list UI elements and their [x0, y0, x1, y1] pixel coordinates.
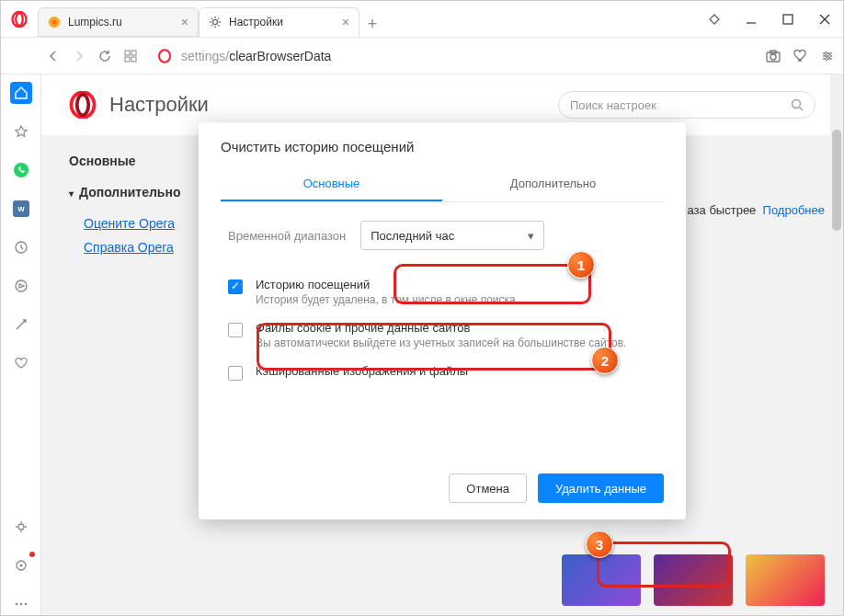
- toolbar: settings/clearBrowserData: [1, 38, 843, 74]
- svg-point-13: [770, 54, 776, 60]
- tab-lumpics[interactable]: Lumpics.ru ×: [38, 7, 199, 37]
- tab-title: Настройки: [229, 16, 283, 29]
- sidebar-home[interactable]: [10, 82, 32, 104]
- opera-o-icon: [157, 49, 172, 63]
- time-range-dropdown[interactable]: Последний час: [360, 221, 544, 250]
- cancel-button[interactable]: Отмена: [449, 473, 527, 503]
- svg-point-30: [19, 603, 22, 606]
- svg-point-20: [826, 57, 828, 60]
- sidebar: w: [1, 74, 41, 615]
- snapshot-button[interactable]: [766, 50, 781, 63]
- option-title: Историю посещений: [256, 278, 516, 291]
- svg-point-26: [18, 524, 24, 530]
- sidebar-more[interactable]: [10, 593, 32, 615]
- svg-point-3: [51, 19, 56, 24]
- maximize-button[interactable]: [770, 1, 806, 38]
- svg-point-1: [16, 13, 23, 26]
- modal-overlay: Очистить историю посещений Основные Допо…: [41, 74, 843, 615]
- dialog-tab-advanced[interactable]: Дополнительно: [442, 167, 664, 201]
- svg-point-18: [825, 51, 827, 54]
- option-desc: История будет удалена, в том числе в окн…: [256, 293, 516, 306]
- checkbox[interactable]: [228, 279, 243, 294]
- sidebar-personal-news[interactable]: [10, 275, 32, 297]
- new-tab-button[interactable]: +: [359, 11, 385, 37]
- checkbox[interactable]: [228, 323, 243, 337]
- svg-rect-7: [125, 51, 130, 55]
- reload-button[interactable]: [98, 50, 111, 63]
- option-title: Кэшированные изображения и файлы: [256, 364, 468, 378]
- annotation-badge-2: 2: [591, 347, 619, 374]
- sidebar-whatsapp[interactable]: [10, 159, 32, 181]
- sidebar-history[interactable]: [10, 236, 32, 258]
- titlebar: Lumpics.ru × Настройки × +: [1, 1, 843, 38]
- annotation-badge-1: 1: [567, 251, 595, 279]
- dialog-tabs: Основные Дополнительно: [221, 167, 664, 202]
- svg-point-11: [159, 50, 170, 62]
- option-desc: Вы автоматически выйдете из учетных запи…: [256, 337, 626, 349]
- svg-text:w: w: [17, 204, 25, 213]
- svg-point-31: [24, 603, 27, 606]
- svg-point-29: [15, 603, 17, 606]
- svg-point-4: [212, 19, 217, 24]
- svg-rect-6: [783, 15, 793, 24]
- tab-close-icon[interactable]: ×: [342, 15, 349, 29]
- speed-dial-button[interactable]: [124, 50, 137, 63]
- forward-button[interactable]: [73, 50, 86, 63]
- minimize-button[interactable]: [733, 1, 770, 38]
- sidebar-vk[interactable]: w: [10, 198, 32, 220]
- sidebar-settings[interactable]: [10, 516, 32, 538]
- clear-data-dialog: Очистить историю посещений Основные Допо…: [199, 122, 686, 519]
- close-button[interactable]: [806, 1, 843, 38]
- opera-logo-icon: [11, 11, 28, 28]
- address-url: settings/clearBrowserData: [181, 49, 331, 63]
- dialog-title: Очистить историю посещений: [221, 139, 664, 154]
- svg-rect-10: [131, 57, 136, 62]
- sidebar-extensions[interactable]: [10, 554, 32, 576]
- address-bar[interactable]: settings/clearBrowserData: [150, 49, 753, 63]
- easy-setup-button[interactable]: [821, 50, 834, 63]
- time-range-label: Временной диапазон: [228, 229, 346, 243]
- dialog-tab-basic[interactable]: Основные: [221, 167, 442, 201]
- tab-title: Lumpics.ru: [68, 16, 122, 29]
- workspaces-button[interactable]: [696, 1, 733, 38]
- window-controls: [696, 1, 843, 38]
- back-button[interactable]: [47, 50, 60, 63]
- sidebar-flow[interactable]: [10, 314, 32, 336]
- delete-data-button[interactable]: Удалить данные: [538, 473, 664, 503]
- svg-point-19: [828, 54, 831, 57]
- lumpics-favicon-icon: [48, 16, 61, 29]
- sidebar-pinboards[interactable]: [10, 352, 32, 374]
- dialog-actions: Отмена Удалить данные: [449, 473, 664, 503]
- svg-rect-9: [125, 57, 130, 62]
- svg-point-28: [19, 565, 22, 567]
- option-browsing-history[interactable]: Историю посещений История будет удалена,…: [221, 270, 664, 314]
- tab-settings[interactable]: Настройки ×: [199, 7, 359, 37]
- gear-icon: [209, 16, 222, 29]
- annotation-badge-3: 3: [586, 530, 613, 558]
- main: w Настройки Поиск настроек Основные Допо…: [1, 74, 843, 615]
- checkbox[interactable]: [228, 366, 243, 381]
- svg-rect-8: [131, 51, 136, 55]
- bookmark-button[interactable]: [793, 50, 808, 63]
- tab-strip: Lumpics.ru × Настройки × +: [38, 1, 696, 37]
- tab-close-icon[interactable]: ×: [181, 15, 188, 29]
- option-title: Файлы cookie и прочие данные сайтов: [256, 321, 626, 335]
- sidebar-bookmarks[interactable]: [10, 120, 32, 143]
- time-range-row: Временной диапазон Последний час: [221, 221, 664, 250]
- settings-content: Настройки Поиск настроек Основные Дополн…: [41, 74, 843, 615]
- app-menu-button[interactable]: [1, 11, 38, 28]
